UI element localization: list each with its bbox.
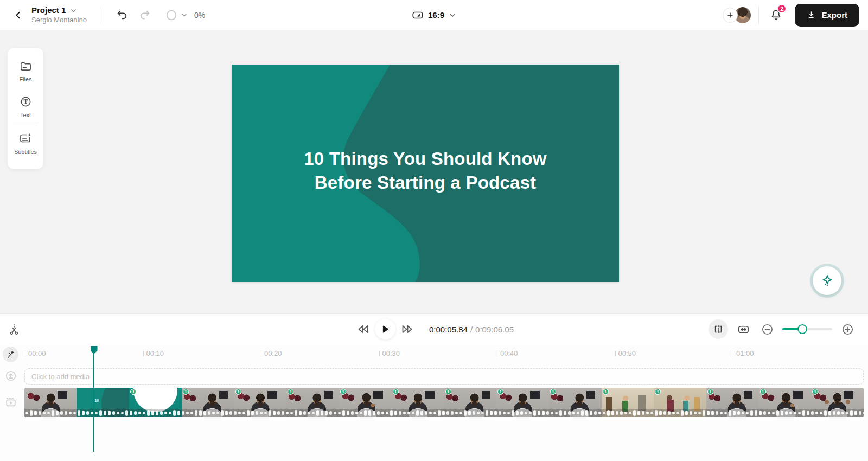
ai-assistant-button[interactable] [813,266,841,295]
project-title[interactable]: Project 1 [31,5,66,16]
upload-progress-percent: 0% [194,11,205,20]
timeline-ruler[interactable]: 00:0000:1000:2000:3000:4000:5001:00 [0,344,868,364]
clip-marker-badge: 1 [812,389,818,395]
video-track-icon [4,395,17,408]
clip-marker-badge: 1 [445,389,451,395]
back-button[interactable] [11,8,26,23]
empty-media-track[interactable]: Click to add media [24,368,864,385]
text-icon [20,95,32,108]
rewind-icon [356,323,369,336]
playhead-line[interactable] [93,346,94,452]
thumbnail-title-text: 10 [95,399,99,402]
minus-circle-icon [761,323,774,336]
sidebar-item-text[interactable]: Text [8,89,43,125]
chevron-down-icon[interactable] [70,7,77,14]
ruler-timestamp: 00:40 [500,349,518,357]
clip-marker-badge: 1 [760,389,766,395]
export-button[interactable]: Export [795,4,859,27]
clip-marker-badge: 1 [603,389,609,395]
video-editor-app: Project 1 Sergio Montanino 0% 16:9 [0,0,868,461]
total-duration: 0:09:06.05 [475,325,514,334]
fit-width-icon [737,323,750,336]
slide-title-line1: 10 Things You Should Know [232,147,619,171]
current-time: 0:00:05.84 [429,325,468,334]
ruler-timestamp: 00:10 [146,349,164,357]
ruler-tick [615,351,616,356]
sidebar-item-subtitles[interactable]: Subtitles [8,125,43,162]
folder-icon [20,60,32,72]
ruler-timestamp: 00:50 [618,349,636,357]
timeline-zoom-slider[interactable] [782,324,832,334]
ruler-timestamp: 00:30 [382,349,400,357]
ruler-tick [261,351,261,356]
slider-handle[interactable] [797,324,807,334]
subtitles-icon [19,132,32,145]
canvas[interactable]: 10 Things You Should Know Before Startin… [232,65,619,282]
export-label: Export [821,10,847,20]
ruler-tick [143,351,144,356]
split-button[interactable] [5,321,23,338]
notifications-button[interactable]: 2 [767,6,785,24]
snapping-toggle-button[interactable] [709,319,728,339]
magic-tools-button[interactable] [3,347,18,362]
clip-marker-badge: 1 [550,389,556,395]
rewind-button[interactable] [354,321,372,338]
invite-button[interactable] [723,8,738,23]
clip-marker-badge: 1 [130,389,136,395]
header-right-group: 2 Export [723,4,868,27]
zoom-out-button[interactable] [758,321,776,338]
header-left-group: Project 1 Sergio Montanino 0% [0,5,205,24]
timeline-panel: 00:0000:1000:2000:3000:4000:5001:00 Clic… [0,344,868,461]
chevron-down-icon [181,11,188,18]
media-track-icon [4,369,17,382]
download-icon [807,10,816,20]
project-owner: Sergio Montanino [31,16,87,24]
audio-waveform [24,409,864,417]
notification-count-badge: 2 [777,4,787,14]
slide-title-line2: Before Starting a Podcast [232,171,619,195]
fast-forward-icon [401,323,414,336]
play-button[interactable] [375,319,395,340]
add-media-placeholder: Click to add media [31,373,90,381]
clip-marker-badge: 1 [393,389,399,395]
video-clip-icon [5,396,17,408]
progress-ring-icon [165,9,177,21]
top-bar: Project 1 Sergio Montanino 0% 16:9 [0,0,868,30]
snap-icon [713,324,724,335]
slide-title[interactable]: 10 Things You Should Know Before Startin… [232,147,619,195]
video-clip[interactable]: 1011111111111111 [24,388,864,417]
ruler-timestamp: 00:20 [264,349,282,357]
ruler-tick [733,351,733,356]
chevron-left-icon [14,10,23,20]
divider [758,7,759,24]
playback-toolbar: 0:00:05.84/0:09:06.05 [0,313,868,344]
ruler-timestamp: 01:00 [736,349,754,357]
project-info: Project 1 Sergio Montanino [31,5,87,24]
fast-forward-button[interactable] [399,321,416,338]
sidebar-item-label: Subtitles [14,149,37,155]
sidebar-item-files[interactable]: Files [8,53,43,89]
redo-icon [139,9,151,21]
aspect-ratio-selector[interactable]: 16:9 [412,0,456,30]
clip-marker-badge: 1 [235,389,241,395]
clip-marker-badge: 1 [183,389,189,395]
clip-marker-badge: 1 [497,389,503,395]
redo-button[interactable] [136,7,154,24]
account-group [723,7,751,24]
chevron-down-icon [449,11,456,19]
aspect-ratio-value: 16:9 [428,10,444,20]
zoom-in-button[interactable] [839,321,856,338]
upload-progress-group[interactable]: 0% [165,9,205,21]
magic-wand-icon [6,350,15,359]
plus-circle-icon [841,323,854,336]
divider [100,7,100,24]
timeline-zoom-controls [709,319,868,339]
upload-circle-icon [5,370,17,382]
tools-sidebar: Files Text Subtitles [8,48,43,169]
undo-button[interactable] [113,7,131,24]
fit-to-screen-button[interactable] [735,321,752,338]
undo-icon [116,9,128,21]
sidebar-item-label: Text [20,112,31,118]
sidebar-item-label: Files [19,76,31,82]
time-display: 0:00:05.84/0:09:06.05 [429,325,514,334]
